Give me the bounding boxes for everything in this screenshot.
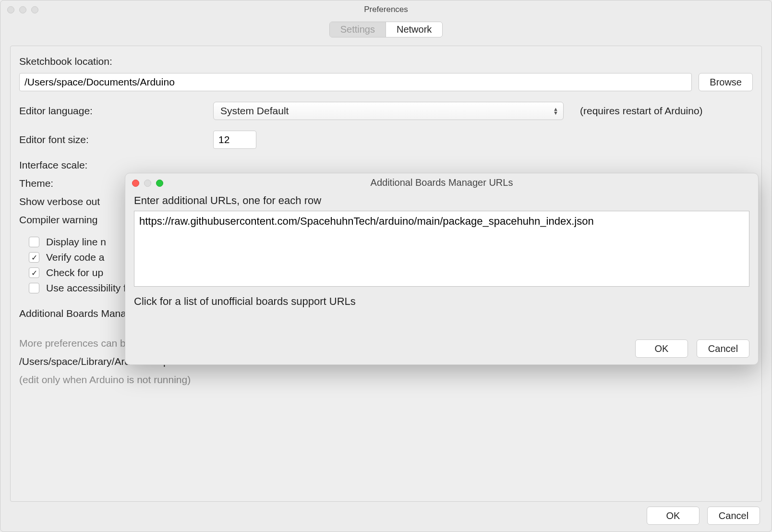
- accessibility-checkbox[interactable]: [29, 283, 39, 293]
- dialog-button-row: OK Cancel: [647, 507, 760, 525]
- window-title: Preferences: [0, 5, 772, 14]
- font-size-input[interactable]: [213, 131, 256, 149]
- chevron-updown-icon: ▲▼: [553, 107, 558, 115]
- tab-network[interactable]: Network: [386, 22, 442, 37]
- unofficial-boards-link[interactable]: Click for a list of unofficial boards su…: [134, 295, 749, 308]
- display-line-numbers-label: Display line n: [46, 236, 106, 248]
- modal-cancel-button[interactable]: Cancel: [697, 339, 749, 358]
- verify-code-label: Verify code a: [46, 252, 104, 263]
- modal-button-row: OK Cancel: [635, 339, 749, 358]
- editor-language-label: Editor language:: [19, 105, 206, 117]
- verify-code-checkbox[interactable]: [29, 252, 39, 263]
- editor-language-value: System Default: [220, 105, 289, 117]
- urls-textarea[interactable]: [134, 211, 749, 287]
- modal-prompt: Enter additional URLs, one for each row: [134, 194, 749, 207]
- edit-warning-note: (edit only when Arduino is not running): [19, 371, 753, 389]
- font-size-label: Editor font size:: [19, 134, 206, 145]
- modal-ok-button[interactable]: OK: [635, 339, 688, 358]
- display-line-numbers-checkbox[interactable]: [29, 237, 39, 247]
- interface-scale-label: Interface scale:: [19, 159, 206, 171]
- sketchbook-label: Sketchbook location:: [19, 56, 112, 67]
- ok-button[interactable]: OK: [647, 507, 700, 525]
- sketchbook-path-input[interactable]: [19, 73, 692, 91]
- modal-title: Additional Boards Manager URLs: [125, 177, 758, 188]
- browse-button[interactable]: Browse: [699, 73, 753, 91]
- editor-language-select[interactable]: System Default ▲▼: [213, 102, 564, 120]
- check-updates-label: Check for up: [46, 267, 103, 278]
- check-updates-checkbox[interactable]: [29, 267, 39, 278]
- additional-urls-dialog: Additional Boards Manager URLs Enter add…: [125, 173, 759, 365]
- tab-settings[interactable]: Settings: [330, 22, 386, 37]
- titlebar: Preferences: [0, 0, 772, 19]
- tab-strip: Settings Network: [0, 22, 772, 37]
- restart-hint: (requires restart of Arduino): [580, 105, 703, 117]
- cancel-button[interactable]: Cancel: [707, 507, 760, 525]
